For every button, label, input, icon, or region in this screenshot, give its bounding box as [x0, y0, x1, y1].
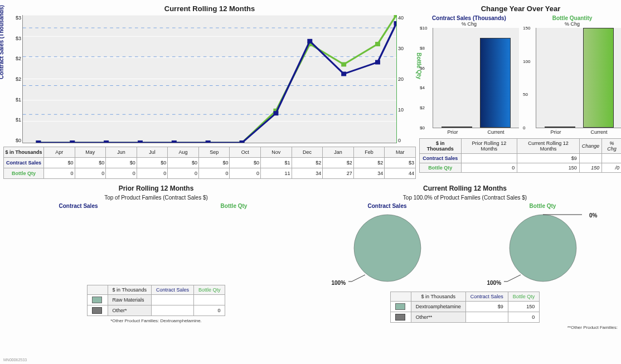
prior-product-panel: Prior Rolling 12 Months Top of Product F… [3, 183, 309, 330]
svg-rect-28 [240, 140, 245, 143]
current-product-panel: Current Rolling 12 Months Top 100.0% of … [312, 183, 618, 330]
pie-label-100: 100% [487, 280, 502, 286]
svg-rect-25 [138, 140, 143, 143]
prior-product-table: $ in Thousands Contract Sales Bottle Qty… [87, 285, 226, 316]
svg-rect-32 [375, 60, 380, 65]
bar-bq-prior [545, 127, 575, 128]
svg-rect-20 [375, 42, 380, 46]
svg-rect-26 [172, 140, 177, 143]
bar-cs-prior [442, 127, 472, 128]
document-id: MN00062533 [3, 358, 27, 362]
svg-rect-23 [70, 140, 75, 143]
yaxis-right-ticks: 40 30 20 10 0 [397, 15, 416, 143]
svg-point-35 [510, 215, 576, 282]
svg-rect-19 [341, 62, 346, 67]
current-product-table: $ in Thousands Contract Sales Bottle Qty… [390, 292, 540, 323]
svg-rect-22 [36, 140, 41, 143]
line-chart: Contract Sales (Thousands) Bottle Qty $3… [3, 15, 416, 143]
yoy-bottle-qty-chart: Bottle Quantity % Chg 150 100 50 0 [522, 15, 621, 135]
pie-contract-sales: Contract Sales 100% [312, 203, 462, 288]
svg-rect-31 [341, 72, 346, 76]
svg-rect-27 [206, 140, 211, 143]
swatch-icon [395, 303, 405, 310]
pie-label-100: 100% [332, 280, 346, 286]
svg-rect-21 [394, 15, 396, 17]
yoy-contract-sales-chart: Contract Sales (Thousands) % Chg $10 $8 … [419, 15, 519, 135]
svg-rect-30 [307, 39, 312, 43]
bar-cs-current [480, 38, 511, 128]
rolling-12-data-table: $ in Thousands AprMay JunJul AugSep OctN… [3, 147, 416, 179]
yoy-panel: Change Year Over Year Contract Sales (Th… [419, 3, 621, 179]
bar-bq-current [583, 28, 614, 128]
svg-rect-24 [104, 140, 109, 143]
swatch-icon [92, 307, 102, 314]
rolling-12-title: Current Rolling 12 Months [3, 4, 416, 13]
pie-bottle-qty: Bottle Qty 100% 0% [468, 203, 618, 288]
yoy-title: Change Year Over Year [419, 4, 621, 13]
rolling-12-panel: Current Rolling 12 Months Contract Sales… [3, 3, 416, 179]
pie-label-0: 0% [589, 212, 597, 219]
yoy-data-table: $ in Thousands Prior Rolling 12 Months C… [419, 138, 621, 173]
swatch-icon [395, 314, 405, 321]
line-chart-plot [22, 15, 397, 143]
svg-rect-33 [394, 21, 396, 26]
svg-point-34 [354, 215, 421, 282]
svg-rect-29 [273, 111, 278, 115]
series-contract-sales [38, 23, 396, 143]
yaxis-left-ticks: $3 $3 $2 $2 $1 $1 $0 [3, 15, 22, 143]
swatch-icon [92, 297, 102, 303]
